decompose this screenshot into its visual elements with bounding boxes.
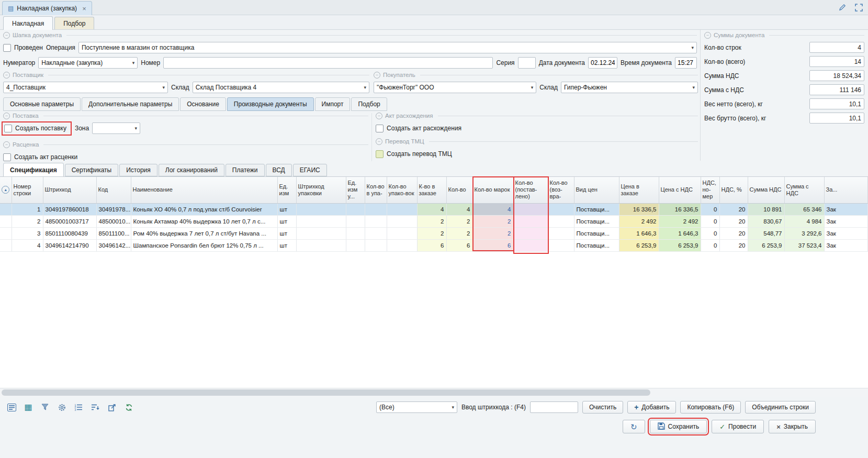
sort-list-icon[interactable] [89,401,102,413]
cell-qty[interactable]: 2 [446,227,472,239]
tab-close-icon[interactable]: × [82,5,86,13]
create-discrepancy-act-checkbox[interactable] [376,125,384,132]
cell-vat-percent[interactable]: 20 [719,215,748,227]
tab-payments[interactable]: Платежи [226,164,265,176]
cell-vat-number[interactable]: 0 [701,239,719,251]
column-header-total-with-vat[interactable]: Сумма с НДС [784,177,824,203]
collapse-icon[interactable]: − [3,113,10,119]
cell-qty-per-pack[interactable] [365,215,387,227]
tab-vsd[interactable]: ВСД [266,164,292,176]
tab-nakladnaya[interactable]: Накладная [3,16,53,30]
zone-select[interactable]: ▾ [92,122,140,134]
tab-certificates[interactable]: Сертификаты [65,164,119,176]
cell-price-type[interactable]: Поставщи... [574,203,619,215]
clear-button[interactable]: Очистить [582,401,623,414]
refresh-button[interactable]: ↻ [623,420,645,433]
collapse-icon[interactable]: − [376,113,382,119]
cell-vat-sum[interactable]: 830,67 [748,215,784,227]
column-header-price-type[interactable]: Вид цен [574,177,619,203]
column-header-pack-unit[interactable]: Ед. изм у... [346,177,365,203]
column-header-pack-barcode[interactable]: Штрихкод упаковки [296,177,346,203]
cell-vat-number[interactable]: 0 [701,203,719,215]
cell-row-number[interactable]: 3 [12,227,43,239]
save-button[interactable]: Сохранить [650,420,707,433]
cell-delivered-qty[interactable] [513,227,548,239]
cell-barcode[interactable]: 3049614214790 [43,239,96,251]
cell-code[interactable]: 48500010... [96,215,131,227]
cell-order-ref[interactable]: Зак [824,239,868,251]
cell-price-type[interactable]: Поставщи... [574,227,619,239]
cell-unit[interactable]: шт [277,203,296,215]
cell-pack-unit[interactable] [346,239,365,251]
cell-qty[interactable]: 2 [446,215,472,227]
cell-price-with-vat[interactable]: 2 492 [659,215,701,227]
cell-pack-barcode[interactable] [296,203,346,215]
column-header-order-ref[interactable]: За... [824,177,868,203]
list-view-icon[interactable] [5,401,18,413]
column-header-pack-count[interactable]: Кол-во упако-вок [387,177,417,203]
post-button[interactable]: ✓Провести [712,420,764,433]
copy-button[interactable]: Копировать (F6) [680,401,741,414]
cell-delivered-qty[interactable] [513,215,548,227]
cell-order-price[interactable]: 2 492 [619,215,659,227]
cell-row-number[interactable]: 4 [12,239,43,251]
cell-order-price[interactable]: 1 646,3 [619,227,659,239]
posted-checkbox[interactable] [3,44,11,52]
cell-price-with-vat[interactable]: 1 646,3 [659,227,701,239]
cell-order-price[interactable]: 6 253,9 [619,239,659,251]
column-header-qty-per-pack[interactable]: Кол-во в упа- [365,177,387,203]
cell-vat-sum[interactable]: 6 253,9 [748,239,784,251]
cell-price-type[interactable]: Поставщи... [574,239,619,251]
cell-returned-qty[interactable] [548,203,574,215]
cell-barcode[interactable]: 3049197860018 [43,203,96,215]
cell-qty[interactable]: 4 [446,203,472,215]
cell-selector[interactable] [0,215,12,227]
cell-pack-unit[interactable] [346,227,365,239]
column-header-price-with-vat[interactable]: Цена с НДС [659,177,701,203]
cell-vat-percent[interactable]: 20 [719,239,748,251]
cell-pack-count[interactable] [387,215,417,227]
column-header-unit[interactable]: Ед. изм [277,177,296,203]
cell-code[interactable]: 30491978... [96,203,131,215]
edit-pencil-icon[interactable] [838,3,847,12]
create-transfer-checkbox[interactable] [376,150,384,158]
column-header-code[interactable]: Код [96,177,131,203]
cell-code[interactable]: 85011100... [96,227,131,239]
tab-additional-params[interactable]: Дополнительные параметры [82,97,179,111]
column-header-vat-sum[interactable]: Сумма НДС [748,177,784,203]
cell-unit[interactable]: шт [277,215,296,227]
tab-egais[interactable]: ЕГАИС [293,164,327,176]
cell-qty-ordered[interactable]: 4 [417,203,446,215]
cell-name[interactable]: Коньяк Ахтамар 40% выдержка 10 лет 0,7 л… [131,215,277,227]
cell-selector[interactable] [0,239,12,251]
cell-total-with-vat[interactable]: 3 292,6 [784,227,824,239]
column-header-row-number[interactable]: Номер строки [12,177,43,203]
cell-pack-barcode[interactable] [296,239,346,251]
cell-order-ref[interactable]: Зак [824,227,868,239]
cell-barcode[interactable]: 4850001003717 [43,215,96,227]
tab-podbor[interactable]: Подбор [351,97,387,111]
tab-history[interactable]: История [119,164,157,176]
cell-qty-per-pack[interactable] [365,227,387,239]
settings-gear-icon[interactable] [55,401,68,413]
horizontal-scrollbar[interactable] [0,388,868,397]
cell-unit[interactable]: шт [277,239,296,251]
column-header-selector[interactable]: ▲ [0,177,12,203]
cell-marks-qty[interactable]: 4 [472,203,513,215]
column-header-returned-qty[interactable]: Кол-во (воз-вра- [548,177,574,203]
tab-import[interactable]: Импорт [315,97,351,111]
cell-price-with-vat[interactable]: 6 253,9 [659,239,701,251]
cell-total-with-vat[interactable]: 65 346 [784,203,824,215]
doc-date-input[interactable] [588,57,617,69]
merge-rows-button[interactable]: Объединить строки [745,401,816,414]
number-input[interactable] [163,57,493,69]
sort-indicator-icon[interactable]: ▲ [2,186,9,194]
tab-podbor-top[interactable]: Подбор [54,17,94,29]
supplier-select[interactable]: 4_Поставщик ▾ [3,82,168,93]
column-header-barcode[interactable]: Штрихкод [43,177,96,203]
cell-pack-unit[interactable] [346,215,365,227]
cell-returned-qty[interactable] [548,239,574,251]
cell-returned-qty[interactable] [548,215,574,227]
cell-name[interactable]: Коньяк XO 40% 0,7 л под.упак ст/б Courvo… [131,203,277,215]
cell-qty-per-pack[interactable] [365,239,387,251]
